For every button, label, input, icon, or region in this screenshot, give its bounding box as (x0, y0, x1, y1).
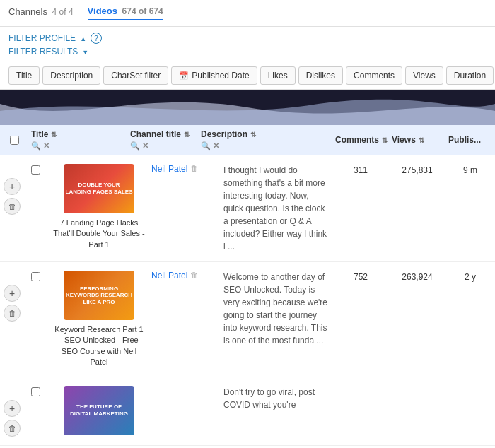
row-actions: +🗑 (0, 386, 21, 437)
filter-profile-arrow[interactable] (80, 33, 86, 43)
row-description-cell: Welcome to another day of SEO Unlocked. … (219, 271, 332, 347)
table-row: +🗑DOUBLE YOUR LANDING PAGES SALES7 Landi… (0, 155, 495, 262)
table-header: Title ⇅ 🔍 ✕ Channel title ⇅ 🔍 ✕ Descript… (0, 125, 495, 155)
filter-tab-pubdate[interactable]: 📅Published Date (171, 66, 257, 85)
row-select-checkbox[interactable] (31, 165, 40, 175)
filter-tab-dislikes[interactable]: Dislikes (298, 66, 343, 85)
sort-comments-icon[interactable]: ⇅ (382, 136, 388, 144)
th-description: Description ⇅ 🔍 ✕ (198, 129, 332, 151)
sort-views-icon[interactable]: ⇅ (419, 136, 424, 144)
nav-channels[interactable]: Channels 4 of 4 (8, 6, 74, 20)
table-row: +🗑THE FUTURE OF DIGITAL MARKETINGDon't t… (0, 377, 495, 446)
clear-title-icon[interactable]: ✕ (43, 141, 50, 151)
filter-tab-description[interactable]: Description (42, 66, 100, 85)
row-pubdate-cell (446, 386, 495, 387)
delete-row-button[interactable]: 🗑 (4, 420, 21, 437)
add-row-button[interactable]: + (4, 178, 21, 195)
wave-divider (0, 90, 495, 125)
row-select-checkbox[interactable] (31, 272, 40, 281)
th-views: Views ⇅ (389, 135, 446, 145)
row-select-checkbox[interactable] (31, 387, 40, 396)
table-row: +🗑PERFORMING KEYWORDS RESEARCH LIKE A PR… (0, 262, 495, 377)
sort-title-icon[interactable]: ⇅ (51, 131, 57, 138)
row-actions: +🗑 (0, 271, 21, 322)
channel-name[interactable]: Neil Patel (151, 164, 187, 174)
video-thumbnail: PERFORMING KEYWORDS RESEARCH LIKE A PRO (64, 271, 134, 320)
clear-channel-icon[interactable]: ✕ (142, 141, 148, 151)
row-pubdate-cell: 9 m (446, 164, 495, 175)
filter-results-row[interactable]: FILTER RESULTS (8, 47, 487, 57)
th-channel: Channel title ⇅ 🔍 ✕ (127, 129, 198, 151)
search-title-icon: 🔍 (31, 141, 41, 151)
filter-tab-comments[interactable]: Comments (346, 66, 402, 85)
channel-delete-icon[interactable]: 🗑 (190, 271, 198, 279)
row-title-cell: THE FUTURE OF DIGITAL MARKETING (50, 386, 148, 435)
row-comments-cell: 752 (332, 271, 389, 282)
row-channel-cell: Neil Patel🗑 (148, 271, 219, 281)
row-comments-cell: 311 (332, 164, 389, 175)
sort-desc-icon[interactable]: ⇅ (250, 131, 256, 138)
video-title: Keyword Research Part 1 - SEO Unlocked -… (52, 324, 146, 368)
filter-profile-row[interactable]: FILTER PROFILE ? (8, 33, 487, 44)
filter-results-arrow[interactable] (82, 47, 88, 57)
filter-section: FILTER PROFILE ? FILTER RESULTS (0, 27, 495, 62)
filter-tabs: TitleDescriptionCharSet filter📅Published… (0, 62, 495, 90)
filter-tab-charset[interactable]: CharSet filter (103, 66, 168, 85)
row-views-cell (389, 386, 446, 387)
row-comments-cell (332, 386, 389, 387)
th-checkbox (0, 136, 28, 145)
video-title: 7 Landing Page Hacks That'll Double Your… (52, 218, 146, 250)
sort-channel-icon[interactable]: ⇅ (184, 131, 190, 138)
row-views-cell: 275,831 (389, 164, 446, 175)
clear-desc-icon[interactable]: ✕ (213, 141, 219, 151)
nav-videos[interactable]: Videos 674 of 674 (88, 6, 163, 20)
channel-name[interactable]: Neil Patel (151, 271, 187, 281)
row-description-cell: I thought I would do something that's a … (219, 164, 332, 253)
table-body: +🗑DOUBLE YOUR LANDING PAGES SALES7 Landi… (0, 155, 495, 446)
search-channel-icon: 🔍 (130, 141, 140, 151)
top-nav: Channels 4 of 4 Videos 674 of 674 (0, 0, 495, 27)
row-channel-cell: Neil Patel🗑 (148, 164, 219, 174)
row-checkbox-cell (21, 386, 50, 396)
pubdate-icon: 📅 (179, 71, 189, 81)
video-thumbnail: DOUBLE YOUR LANDING PAGES SALES (64, 164, 134, 213)
help-icon[interactable]: ? (91, 33, 102, 44)
row-checkbox-cell (21, 164, 50, 175)
search-desc-icon: 🔍 (201, 141, 211, 151)
row-title-cell: PERFORMING KEYWORDS RESEARCH LIKE A PROK… (50, 271, 148, 368)
add-row-button[interactable]: + (4, 285, 21, 302)
delete-row-button[interactable]: 🗑 (4, 198, 21, 215)
th-title: Title ⇅ 🔍 ✕ (28, 129, 127, 151)
row-title-cell: DOUBLE YOUR LANDING PAGES SALES7 Landing… (50, 164, 148, 250)
filter-tab-title[interactable]: Title (8, 66, 40, 85)
row-description-cell: Don't try to go viral, post COVID what y… (219, 386, 332, 411)
channel-delete-icon[interactable]: 🗑 (190, 164, 198, 172)
filter-tab-views[interactable]: Views (405, 66, 443, 85)
filter-tab-duration[interactable]: Duration (446, 66, 494, 85)
delete-row-button[interactable]: 🗑 (4, 305, 21, 322)
th-pubdate: Publis... (446, 135, 495, 145)
select-all-checkbox[interactable] (10, 136, 19, 145)
row-views-cell: 263,924 (389, 271, 446, 282)
th-comments: Comments ⇅ (332, 135, 389, 145)
row-actions: +🗑 (0, 164, 21, 215)
filter-tab-likes[interactable]: Likes (260, 66, 296, 85)
row-pubdate-cell: 2 y (446, 271, 495, 282)
add-row-button[interactable]: + (4, 400, 21, 417)
row-checkbox-cell (21, 271, 50, 281)
video-thumbnail: THE FUTURE OF DIGITAL MARKETING (64, 386, 134, 435)
